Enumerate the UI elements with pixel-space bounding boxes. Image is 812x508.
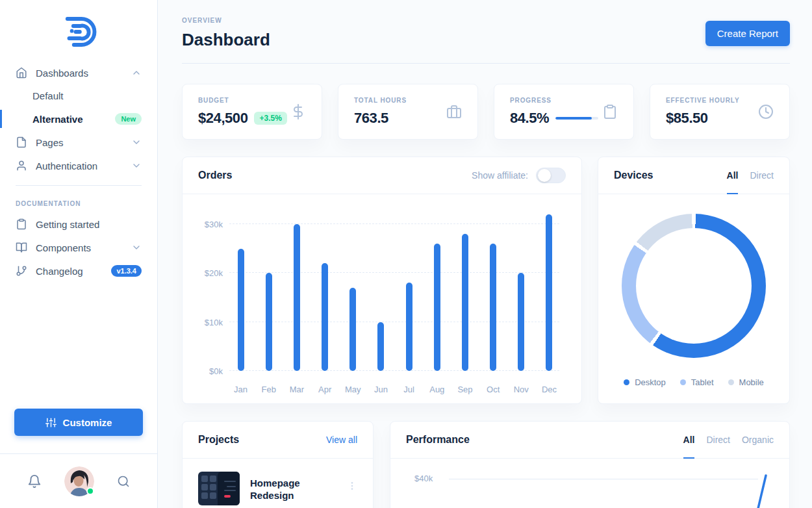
clipboard-icon xyxy=(602,104,618,120)
tab-direct[interactable]: Direct xyxy=(706,422,730,458)
orders-chart: $0k$10k$20k$30kJanFebMarAprMayJunJulAugS… xyxy=(183,194,581,403)
stat-label: Total hours xyxy=(354,97,407,104)
sidebar-item-label: Components xyxy=(36,242,91,253)
sidebar-item-dashboards[interactable]: Dashboards xyxy=(0,61,157,84)
bell-icon xyxy=(27,474,42,489)
bar-slot xyxy=(339,224,367,371)
bar-slot xyxy=(535,224,563,371)
legend-dot xyxy=(680,379,686,385)
clock-icon xyxy=(758,104,774,120)
performance-ytick-label: $40k xyxy=(414,474,433,483)
search-button[interactable] xyxy=(117,475,130,488)
page-title: Dashboard xyxy=(182,30,270,50)
sidebar-item-label: Alternative xyxy=(32,114,83,125)
orders-bar-nov[interactable] xyxy=(518,273,524,371)
legend-label: Mobile xyxy=(739,377,764,387)
performance-tabs: All Direct Organic xyxy=(683,422,774,458)
project-thumbnail xyxy=(198,472,240,505)
chevron-up-icon xyxy=(131,68,142,78)
orders-title: Orders xyxy=(198,170,232,181)
tab-organic[interactable]: Organic xyxy=(742,422,774,458)
legend-item-desktop: Desktop xyxy=(624,377,666,387)
stat-value: 84.5% xyxy=(510,110,549,127)
show-affiliate-toggle[interactable] xyxy=(536,168,566,183)
sidebar-item-label: Dashboards xyxy=(36,68,88,79)
view-all-link[interactable]: View all xyxy=(326,435,357,445)
sidebar-item-authentication[interactable]: Authentication xyxy=(0,154,157,177)
sidebar-divider xyxy=(16,185,142,186)
user-avatar[interactable] xyxy=(64,466,94,496)
performance-chart: $40k xyxy=(390,459,789,508)
page-pretitle: Overview xyxy=(182,17,270,24)
stat-label: Progress xyxy=(510,97,598,104)
legend-item-mobile: Mobile xyxy=(728,377,764,387)
orders-bar-feb[interactable] xyxy=(266,273,272,371)
project-list-item[interactable]: Homepage Redesign xyxy=(198,472,357,505)
tab-all[interactable]: All xyxy=(683,422,695,458)
user-icon xyxy=(16,160,27,171)
orders-bar-dec[interactable] xyxy=(546,214,552,371)
orders-bar-may[interactable] xyxy=(349,288,356,371)
orders-xtick-label: Apr xyxy=(311,385,339,394)
sidebar-item-label: Getting started xyxy=(36,219,99,230)
sidebar-item-changelog[interactable]: Changelog v1.3.4 xyxy=(0,259,157,283)
project-name: Homepage Redesign xyxy=(250,472,336,502)
bar-slot xyxy=(423,224,451,371)
delta-badge: +3.5% xyxy=(254,112,286,125)
stat-value: 763.5 xyxy=(354,110,388,127)
bar-slot xyxy=(507,224,535,371)
tab-all[interactable]: All xyxy=(727,157,739,194)
customize-button[interactable]: Customize xyxy=(14,409,143,436)
orders-xtick-label: Jul xyxy=(395,385,423,394)
stat-value: $24,500 xyxy=(198,110,247,127)
orders-ytick-label: $0k xyxy=(198,366,223,376)
orders-bar-jun[interactable] xyxy=(377,322,384,371)
notifications-button[interactable] xyxy=(27,474,42,489)
chevron-down-icon xyxy=(131,137,142,147)
projects-card: Projects View all Homepage Redesign xyxy=(182,421,374,508)
project-menu-button[interactable] xyxy=(347,472,357,491)
devices-donut-chart[interactable] xyxy=(622,214,766,358)
orders-bar-sep[interactable] xyxy=(462,234,468,371)
legend-dot xyxy=(728,379,734,385)
devices-legend: DesktopTabletMobile xyxy=(624,377,764,387)
git-branch-icon xyxy=(16,265,27,277)
orders-xtick-label: Nov xyxy=(507,385,535,394)
sidebar-item-alternative[interactable]: Alternative New xyxy=(0,107,157,131)
orders-bar-aug[interactable] xyxy=(434,244,440,371)
sidebar-item-default[interactable]: Default xyxy=(0,84,157,107)
performance-line-series xyxy=(744,468,772,508)
tab-direct[interactable]: Direct xyxy=(750,157,774,194)
chevron-down-icon xyxy=(131,160,142,171)
main-content: Overview Dashboard Create Report Budget … xyxy=(158,0,812,508)
bar-slot xyxy=(255,224,283,371)
orders-bar-jul[interactable] xyxy=(406,283,412,371)
legend-label: Desktop xyxy=(635,377,666,387)
orders-xtick-label: Jan xyxy=(227,385,255,394)
orders-card-header: Orders Show affiliate: xyxy=(183,157,581,194)
stat-card-total-hours: Total hours 763.5 xyxy=(338,84,478,140)
orders-bar-oct[interactable] xyxy=(490,244,496,371)
sidebar-item-pages[interactable]: Pages xyxy=(0,131,157,154)
bar-slot xyxy=(283,224,311,371)
new-badge: New xyxy=(115,113,142,125)
stat-card-effective-hourly: Effective hourly $85.50 xyxy=(650,84,790,140)
sidebar-item-label: Pages xyxy=(36,137,64,148)
orders-bar-mar[interactable] xyxy=(294,224,300,371)
sidebar-item-getting-started[interactable]: Getting started xyxy=(0,212,157,236)
create-report-button[interactable]: Create Report xyxy=(705,21,790,46)
orders-bar-apr[interactable] xyxy=(322,263,328,371)
stat-card-progress: Progress 84.5% xyxy=(494,84,634,140)
progress-bar xyxy=(555,117,598,120)
bar-slot xyxy=(367,224,395,371)
orders-xtick-label: Aug xyxy=(423,385,451,394)
projects-card-header: Projects View all xyxy=(183,422,373,459)
more-vertical-icon xyxy=(347,481,357,491)
dollar-sign-icon xyxy=(290,104,306,120)
orders-bar-jan[interactable] xyxy=(238,249,244,371)
sidebar-item-components[interactable]: Components xyxy=(0,236,157,259)
dashkit-logo[interactable] xyxy=(60,13,97,51)
devices-tabs: All Direct xyxy=(727,157,774,194)
projects-title: Projects xyxy=(198,434,239,446)
orders-ytick-label: $10k xyxy=(198,317,223,327)
